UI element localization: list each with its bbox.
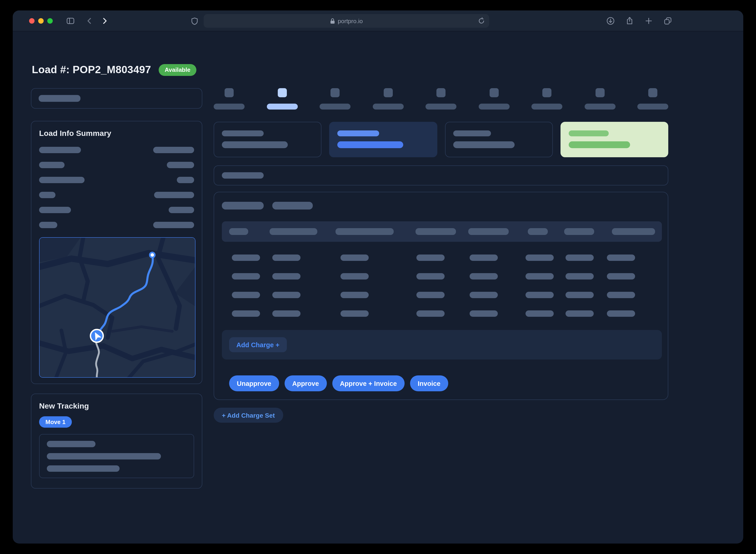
page-header: Load #: POP2_M803497 Available: [32, 64, 197, 76]
table-cell-skeleton: [526, 273, 554, 279]
load-tab[interactable]: [637, 88, 668, 110]
table-cell-skeleton: [607, 273, 635, 279]
header-cell-skeleton: [229, 228, 248, 235]
screenshot-stage: portpro.io: [0, 0, 756, 554]
tab-label-skeleton: [320, 104, 350, 110]
approve-button[interactable]: Approve: [284, 375, 327, 391]
load-tab-strip: [214, 88, 668, 110]
tab-overview-icon[interactable]: [664, 17, 672, 25]
table-cell-skeleton: [340, 255, 369, 261]
table-cell-skeleton: [470, 255, 498, 261]
move-1-button[interactable]: Move 1: [39, 416, 72, 428]
table-cell-skeleton: [272, 273, 301, 279]
table-cell-skeleton: [232, 311, 260, 317]
sidebar-toggle-icon[interactable]: [66, 17, 74, 25]
load-info-summary-title: Load Info Summary: [39, 129, 194, 138]
load-tab[interactable]: [531, 88, 562, 110]
table-cell-skeleton: [565, 255, 594, 261]
close-window-button[interactable]: [29, 18, 35, 23]
sidebar-top-skeleton: [31, 88, 202, 109]
tab-icon: [489, 88, 498, 97]
forward-icon[interactable]: [101, 17, 109, 25]
sidebar: Load Info Summary: [31, 88, 202, 489]
summary-card-selected[interactable]: [329, 122, 437, 157]
table-cell-skeleton: [565, 273, 594, 279]
add-charge-set-button[interactable]: + Add Charge Set: [214, 408, 283, 423]
browser-window: portpro.io: [13, 10, 743, 544]
load-info-summary-card: Load Info Summary: [31, 121, 202, 384]
summary-row: [39, 192, 194, 198]
tab-icon: [277, 88, 287, 97]
tab-label-skeleton: [531, 104, 562, 110]
status-badge: Available: [159, 64, 196, 76]
tab-label-skeleton: [426, 104, 456, 110]
summary-row: [39, 147, 194, 153]
summary-row: [39, 207, 194, 213]
downloads-icon[interactable]: [606, 17, 614, 25]
load-tab[interactable]: [214, 88, 245, 110]
table-cell-skeleton: [232, 292, 260, 298]
zoom-window-button[interactable]: [47, 18, 53, 23]
table-cell-skeleton: [417, 292, 445, 298]
load-tab[interactable]: [426, 88, 456, 110]
minimize-window-button[interactable]: [38, 18, 44, 23]
summary-card[interactable]: [445, 122, 553, 157]
main-content: Add Charge + Unapprove Approve Approve +…: [214, 88, 668, 423]
table-cell-skeleton: [272, 292, 301, 298]
tab-icon: [595, 88, 604, 97]
load-tab[interactable]: [373, 88, 403, 110]
summary-card-green[interactable]: [560, 122, 668, 157]
unapprove-button[interactable]: Unapprove: [229, 375, 279, 391]
url-text: portpro.io: [338, 17, 363, 24]
load-tab[interactable]: [479, 88, 509, 110]
share-icon[interactable]: [626, 17, 634, 25]
approve-invoice-button[interactable]: Approve + Invoice: [332, 375, 404, 391]
tab-label-skeleton: [373, 104, 403, 110]
skeleton-bar: [39, 95, 80, 102]
route-map[interactable]: [39, 237, 196, 378]
tab-icon: [330, 88, 339, 97]
browser-chrome: portpro.io: [13, 10, 743, 32]
address-bar[interactable]: portpro.io: [204, 14, 489, 28]
tab-icon: [436, 88, 445, 97]
table-cell-skeleton: [470, 292, 498, 298]
table-tab-skeleton[interactable]: [222, 202, 264, 210]
header-cell-skeleton: [270, 228, 317, 235]
table-cell-skeleton: [526, 292, 554, 298]
header-cell-skeleton: [612, 228, 655, 235]
table-cell-skeleton: [470, 273, 498, 279]
load-tab[interactable]: [320, 88, 350, 110]
current-location-marker: [91, 330, 103, 342]
table-cell-skeleton: [272, 255, 301, 261]
table-header-skeleton: [222, 221, 662, 242]
header-cell-skeleton: [468, 228, 509, 235]
window-controls: [29, 18, 53, 23]
table-cell-skeleton: [470, 311, 498, 317]
table-cell-skeleton: [607, 292, 635, 298]
new-tab-icon[interactable]: [645, 17, 653, 25]
tab-icon: [648, 88, 657, 97]
table-cell-skeleton: [340, 273, 369, 279]
invoice-button[interactable]: Invoice: [410, 375, 448, 391]
table-cell-skeleton: [607, 311, 635, 317]
table-cell-skeleton: [417, 273, 445, 279]
back-icon[interactable]: [86, 17, 94, 25]
refresh-icon[interactable]: [478, 17, 485, 24]
tracking-skeleton-box: [39, 434, 194, 478]
new-tracking-card: New Tracking Move 1: [31, 394, 202, 489]
header-cell-skeleton: [528, 228, 548, 235]
table-cell-skeleton: [565, 292, 594, 298]
tab-icon: [383, 88, 392, 97]
table-tab-skeleton[interactable]: [272, 202, 313, 210]
new-tracking-title: New Tracking: [39, 402, 194, 411]
load-tab[interactable]: [584, 88, 615, 110]
table-cell-skeleton: [272, 311, 301, 317]
tab-label-skeleton: [584, 104, 615, 110]
summary-card[interactable]: [214, 122, 322, 157]
table-cell-skeleton: [417, 311, 445, 317]
table-cell-skeleton: [232, 273, 260, 279]
table-cell-skeleton: [607, 255, 635, 261]
privacy-shield-icon[interactable]: [191, 17, 199, 25]
load-tab-active[interactable]: [267, 88, 298, 110]
add-charge-button[interactable]: Add Charge +: [229, 337, 287, 352]
